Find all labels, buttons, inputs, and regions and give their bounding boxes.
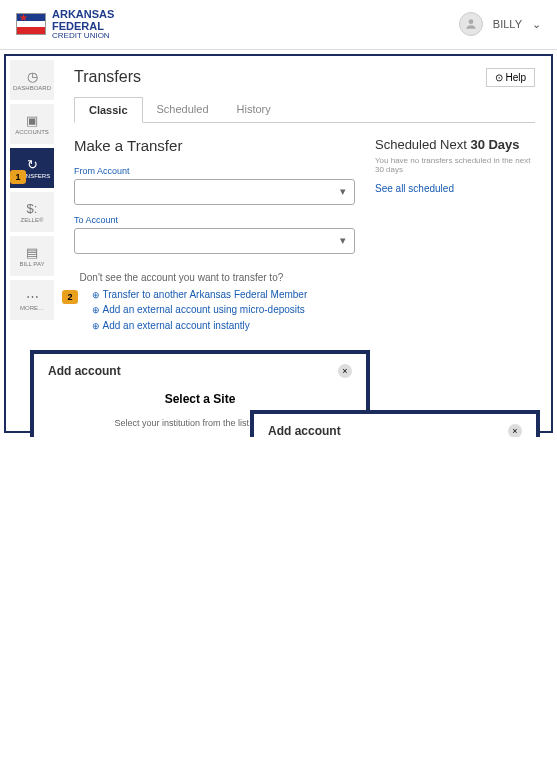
bill-icon: ▤ <box>26 245 38 260</box>
help-question: Don't see the account you want to transf… <box>74 272 535 283</box>
sidebar-item-billpay[interactable]: ▤BILL PAY <box>10 236 54 276</box>
brand-logo: ARKANSAS FEDERAL CREDIT UNION <box>16 8 114 41</box>
card-icon: ▣ <box>26 113 38 128</box>
page-title: Transfers <box>74 68 141 86</box>
close-icon[interactable]: × <box>508 424 522 437</box>
from-label: From Account <box>74 166 355 176</box>
see-all-link[interactable]: See all scheduled <box>375 182 535 196</box>
tab-bar: Classic Scheduled History <box>74 97 535 123</box>
flag-icon <box>16 13 46 35</box>
transfer-form: Make a Transfer From Account To Account <box>74 137 355 264</box>
modal2-title: Add account <box>268 424 341 437</box>
transfer-icon: ↻ <box>27 157 38 172</box>
dollar-icon: $: <box>27 201 38 216</box>
tab-history[interactable]: History <box>223 97 285 122</box>
svg-point-0 <box>469 20 474 25</box>
avatar-icon <box>459 12 483 36</box>
scheduled-title: Scheduled Next 30 Days <box>375 137 535 152</box>
sidebar-item-more[interactable]: ⋯MORE… <box>10 280 54 320</box>
brand-text: ARKANSAS FEDERAL CREDIT UNION <box>52 8 114 41</box>
link-add-instant[interactable]: Add an external account instantly <box>92 318 535 334</box>
scheduled-subtext: You have no transfers scheduled in the n… <box>375 156 535 174</box>
form-title: Make a Transfer <box>74 137 355 154</box>
to-label: To Account <box>74 215 355 225</box>
app-header: ARKANSAS FEDERAL CREDIT UNION BILLY ⌄ <box>0 0 557 50</box>
modal1-subtitle: Select a Site <box>48 392 352 406</box>
tab-scheduled[interactable]: Scheduled <box>143 97 223 122</box>
sidebar-item-dashboard[interactable]: ◷DASHBOARD <box>10 60 54 100</box>
close-icon[interactable]: × <box>338 364 352 378</box>
link-add-micro[interactable]: Add an external account using micro-depo… <box>92 302 535 318</box>
step-badge-1: 1 <box>10 170 26 184</box>
user-menu[interactable]: BILLY ⌄ <box>459 12 541 36</box>
sidebar-item-zelle[interactable]: $:ZELLE® <box>10 192 54 232</box>
from-account-select[interactable] <box>74 179 355 205</box>
clock-icon: ◷ <box>27 69 38 84</box>
account-help-section: Don't see the account you want to transf… <box>74 272 535 334</box>
more-icon: ⋯ <box>26 289 39 304</box>
modal1-title: Add account <box>48 364 121 378</box>
tab-classic[interactable]: Classic <box>74 97 143 123</box>
chevron-down-icon: ⌄ <box>532 18 541 31</box>
modal-login: Add account × Log In My Other FI ◉ ‹ BAC… <box>250 410 540 437</box>
sidebar-item-accounts[interactable]: ▣ACCOUNTS <box>10 104 54 144</box>
to-account-select[interactable] <box>74 228 355 254</box>
step-badge-2: 2 <box>62 290 78 304</box>
help-button[interactable]: ⊙ Help <box>486 68 535 87</box>
scheduled-panel: Scheduled Next 30 Days You have no trans… <box>375 137 535 264</box>
user-name: BILLY <box>493 18 522 30</box>
link-transfer-member[interactable]: Transfer to another Arkansas Federal Mem… <box>92 287 535 303</box>
